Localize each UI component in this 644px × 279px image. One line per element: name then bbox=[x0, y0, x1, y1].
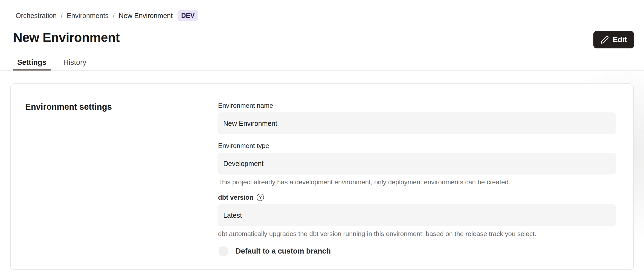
environment-type-input[interactable]: Development bbox=[217, 153, 616, 175]
breadcrumb-environments[interactable]: Environments bbox=[67, 12, 109, 20]
dbt-version-label: dbt version bbox=[218, 194, 253, 201]
card-heading-column: Environment settings bbox=[11, 84, 217, 269]
dbt-version-helper-text: dbt automatically upgrades the dbt versi… bbox=[218, 230, 616, 237]
environment-type-helper-text: This project already has a development e… bbox=[218, 179, 616, 186]
breadcrumb-current-page: New Environment bbox=[119, 12, 173, 20]
custom-branch-row[interactable]: Default to a custom branch bbox=[219, 246, 616, 256]
custom-branch-label: Default to a custom branch bbox=[236, 247, 331, 255]
tab-settings[interactable]: Settings bbox=[13, 56, 51, 70]
breadcrumb-separator: / bbox=[113, 12, 115, 20]
breadcrumb-orchestration[interactable]: Orchestration bbox=[16, 12, 57, 20]
environment-type-label: Environment type bbox=[218, 142, 616, 149]
pencil-icon bbox=[601, 36, 609, 44]
environment-name-label: Environment name bbox=[218, 102, 616, 109]
card-form-column: Environment name New Environment Environ… bbox=[217, 84, 633, 269]
page-title: New Environment bbox=[13, 30, 120, 45]
environment-dev-badge: DEV bbox=[178, 10, 198, 21]
help-icon[interactable]: ? bbox=[257, 194, 264, 201]
environment-type-field: Environment type Development This projec… bbox=[217, 142, 616, 186]
environment-name-input[interactable]: New Environment bbox=[217, 112, 616, 134]
card-heading: Environment settings bbox=[25, 102, 217, 112]
custom-branch-checkbox[interactable] bbox=[219, 246, 228, 256]
environment-name-field: Environment name New Environment bbox=[217, 102, 616, 134]
tab-history[interactable]: History bbox=[59, 56, 91, 70]
edit-button-label: Edit bbox=[613, 36, 627, 44]
edit-button[interactable]: Edit bbox=[593, 31, 634, 48]
tab-bar: Settings History bbox=[0, 56, 644, 71]
breadcrumb-separator: / bbox=[61, 12, 63, 20]
breadcrumb: Orchestration / Environments / New Envir… bbox=[16, 10, 198, 21]
dbt-version-field: dbt version ? Latest dbt automatically u… bbox=[217, 194, 616, 237]
dbt-version-input[interactable]: Latest bbox=[217, 204, 616, 226]
environment-settings-card: Environment settings Environment name Ne… bbox=[10, 83, 634, 270]
